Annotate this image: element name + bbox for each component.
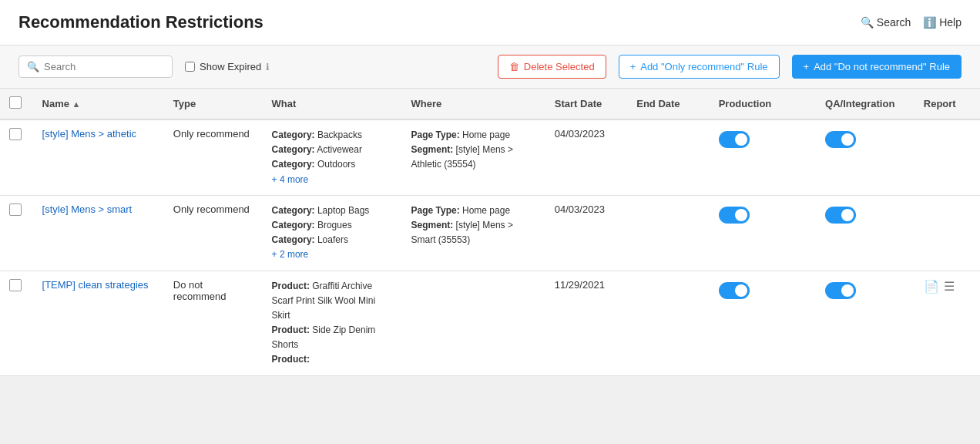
table-header-row: Name ▲ Type What Where Start Date End Da…: [0, 89, 980, 119]
help-link[interactable]: ℹ️ Help: [923, 16, 962, 29]
row-start-date: 11/29/2021: [545, 271, 627, 375]
row-checkbox[interactable]: [9, 279, 22, 291]
what-item: Product: Side Zip Denim Shorts: [272, 323, 393, 352]
row-production-cell: [710, 195, 816, 271]
search-box: 🔍: [18, 56, 173, 78]
row-qa-cell: [816, 119, 915, 195]
row-qa-cell: [816, 271, 915, 375]
row-qa-cell: [816, 195, 915, 271]
report-list-icon[interactable]: ☰: [944, 279, 955, 294]
add-do-not-recommend-button[interactable]: + Add "Do not recommend" Rule: [792, 55, 962, 79]
what-item: Product: Graffiti Archive Scarf Print Si…: [272, 279, 393, 324]
where-page-type: Page Type: Home page: [411, 128, 536, 143]
row-where-cell: [402, 271, 545, 375]
what-label: Product:: [272, 281, 310, 291]
report-icons: 📄 ☰: [924, 279, 971, 294]
what-value: Brogues: [317, 220, 352, 230]
table-row: [TEMP] clean strategiesDo not recommendP…: [0, 271, 980, 375]
row-end-date: [627, 195, 709, 271]
page-type-label: Page Type:: [411, 130, 460, 140]
add-only-recommend-button[interactable]: + Add "Only recommend" Rule: [619, 55, 780, 79]
what-item: Product:: [272, 352, 393, 367]
where-segment: Segment: [style] Mens > Athletic (35554): [411, 143, 536, 172]
row-checkbox-cell: [0, 195, 33, 271]
row-production-cell: [710, 271, 816, 375]
what-label: Category:: [272, 159, 315, 170]
table-row: [style] Mens > atheticOnly recommendCate…: [0, 119, 980, 195]
report-document-icon[interactable]: 📄: [924, 279, 939, 294]
qa-toggle[interactable]: [825, 282, 856, 299]
th-name[interactable]: Name ▲: [33, 89, 164, 119]
row-what-cell: Category: BackpacksCategory: ActivewearC…: [263, 119, 402, 195]
segment-label: Segment:: [411, 220, 454, 230]
what-label: Category:: [272, 144, 315, 155]
plus-icon-donot: +: [804, 61, 810, 72]
help-icon: ℹ️: [923, 16, 936, 29]
row-where-cell: Page Type: Home pageSegment: [style] Men…: [402, 195, 545, 271]
row-production-cell: [710, 119, 816, 195]
row-name-link[interactable]: [style] Mens > smart: [42, 204, 133, 215]
row-name-cell: [style] Mens > athetic: [33, 119, 164, 195]
header-actions: 🔍 Search ℹ️ Help: [861, 16, 962, 29]
toolbar: 🔍 Show Expired ℹ 🗑 Delete Selected + Add…: [0, 45, 980, 89]
th-end-date: End Date: [627, 89, 709, 119]
th-type: Type: [164, 89, 263, 119]
page-type-label: Page Type:: [411, 205, 460, 216]
table-row: [style] Mens > smartOnly recommendCatego…: [0, 195, 980, 271]
what-label: Category:: [272, 205, 315, 216]
row-type-cell: Do not recommend: [164, 271, 263, 375]
production-toggle[interactable]: [719, 282, 750, 299]
row-end-date: [627, 119, 709, 195]
row-start-date: 04/03/2023: [545, 195, 627, 271]
row-report-cell: [915, 195, 980, 271]
row-name-link[interactable]: [style] Mens > athetic: [42, 128, 136, 140]
what-label: Product:: [272, 325, 310, 335]
page-type-value: Home page: [462, 130, 510, 140]
qa-toggle[interactable]: [825, 131, 856, 148]
page-title: Recommendation Restrictions: [18, 12, 263, 32]
what-value: Backpacks: [317, 130, 362, 140]
show-expired-checkbox[interactable]: [185, 62, 195, 72]
what-more-link[interactable]: + 2 more: [272, 249, 309, 260]
search-icon: 🔍: [861, 16, 874, 29]
qa-toggle[interactable]: [825, 207, 856, 224]
row-end-date: [627, 271, 709, 375]
what-more-link[interactable]: + 4 more: [272, 174, 309, 185]
show-expired-label[interactable]: Show Expired ℹ: [185, 61, 270, 72]
row-what-cell: Category: Laptop BagsCategory: BroguesCa…: [263, 195, 402, 271]
what-item: Category: Brogues: [272, 218, 393, 233]
search-link[interactable]: 🔍 Search: [861, 16, 911, 29]
row-report-cell: 📄 ☰: [915, 271, 980, 375]
row-name-link[interactable]: [TEMP] clean strategies: [42, 279, 149, 291]
row-where-cell: Page Type: Home pageSegment: [style] Men…: [402, 119, 545, 195]
row-type-cell: Only recommend: [164, 195, 263, 271]
search-input[interactable]: [44, 61, 164, 72]
what-label: Category:: [272, 130, 315, 140]
where-page-type: Page Type: Home page: [411, 204, 536, 218]
row-start-date: 04/03/2023: [545, 119, 627, 195]
th-start-date: Start Date: [545, 89, 627, 119]
th-production: Production: [710, 89, 816, 119]
th-report: Report: [915, 89, 980, 119]
production-toggle[interactable]: [719, 131, 750, 148]
what-value: Laptop Bags: [317, 205, 369, 216]
info-icon: ℹ: [266, 62, 270, 72]
top-header: Recommendation Restrictions 🔍 Search ℹ️ …: [0, 0, 980, 45]
what-value: Activewear: [317, 144, 362, 155]
restrictions-table: Name ▲ Type What Where Start Date End Da…: [0, 89, 980, 376]
th-select-all[interactable]: [0, 89, 33, 119]
what-value: Loafers: [317, 234, 348, 245]
sort-icon-name: ▲: [72, 99, 81, 109]
what-label: Category:: [272, 220, 315, 230]
delete-selected-button[interactable]: 🗑 Delete Selected: [498, 55, 606, 79]
what-item: Category: Outdoors: [272, 157, 393, 172]
what-value: Outdoors: [317, 159, 355, 170]
segment-label: Segment:: [411, 144, 454, 155]
production-toggle[interactable]: [719, 207, 750, 224]
row-what-cell: Product: Graffiti Archive Scarf Print Si…: [263, 271, 402, 375]
trash-icon: 🗑: [509, 61, 519, 72]
what-item: Category: Backpacks: [272, 128, 393, 143]
row-checkbox[interactable]: [9, 128, 22, 140]
row-checkbox[interactable]: [9, 204, 22, 216]
th-what: What: [263, 89, 402, 119]
